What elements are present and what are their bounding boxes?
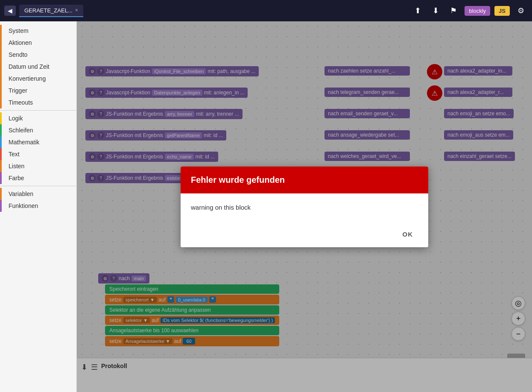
sidebar: System Aktionen Sendto Datum und Zeit Ko… [0, 21, 77, 392]
sidebar-item-logik[interactable]: Logik [0, 112, 76, 124]
sidebar-item-aktionen[interactable]: Aktionen [0, 37, 76, 49]
sidebar-item-farbe[interactable]: Farbe [0, 172, 76, 184]
export-button[interactable]: ⬆ [411, 4, 424, 18]
export-icon: ⬆ [415, 6, 421, 15]
flag-icon: ⚑ [450, 6, 457, 15]
sidebar-item-datum[interactable]: Datum und Zeit [0, 61, 76, 73]
modal-title: Fehler wurde gefunden [191, 175, 418, 185]
main-layout: System Aktionen Sendto Datum und Zeit Ko… [0, 21, 532, 392]
sidebar-item-sendto[interactable]: Sendto [0, 49, 76, 61]
modal-overlay[interactable]: Fehler wurde gefunden warning on this bl… [77, 21, 532, 392]
import-button[interactable]: ⬇ [429, 4, 442, 18]
modal-header: Fehler wurde gefunden [181, 167, 428, 193]
sidebar-item-konvertierung[interactable]: Konvertierung [0, 73, 76, 85]
flag-button[interactable]: ⚑ [447, 4, 460, 18]
back-button[interactable]: ◀ [4, 6, 16, 16]
sidebar-item-funktionen[interactable]: Funktionen [0, 200, 76, 212]
modal-message: warning on this block [191, 204, 418, 211]
canvas-area[interactable]: ⚙ ? Javascript-Funktion iQontrol_File_sc… [77, 21, 532, 392]
settings-button[interactable]: ⚙ [514, 4, 528, 18]
settings-icon: ⚙ [517, 6, 524, 15]
tab-geraete[interactable]: GERAETE_ZAEL... × [19, 5, 83, 17]
modal-footer: OK [181, 221, 428, 247]
modal-body: warning on this block [181, 193, 428, 221]
sidebar-divider-1 [0, 110, 76, 111]
tab-close-icon[interactable]: × [75, 7, 78, 13]
sidebar-item-variablen[interactable]: Variablen [0, 188, 76, 200]
toolbar-icons: ⬆ ⬇ ⚑ blockly JS ⚙ [411, 4, 528, 18]
sidebar-item-timeouts[interactable]: Timeouts [0, 97, 76, 108]
sidebar-item-text[interactable]: Text [0, 148, 76, 160]
sidebar-item-schleifen[interactable]: Schleifen [0, 124, 76, 136]
sidebar-item-trigger[interactable]: Trigger [0, 85, 76, 97]
sidebar-item-system[interactable]: System [0, 25, 76, 37]
modal-dialog: Fehler wurde gefunden warning on this bl… [181, 167, 428, 247]
sidebar-divider-2 [0, 186, 76, 186]
topbar: ◀ GERAETE_ZAEL... × ⬆ ⬇ ⚑ blockly JS ⚙ [0, 0, 532, 21]
modal-ok-button[interactable]: OK [398, 228, 418, 240]
blockly-button[interactable]: blockly [465, 6, 490, 16]
js-button[interactable]: JS [494, 6, 510, 16]
tab-label: GERAETE_ZAEL... [24, 7, 73, 14]
sidebar-item-listen[interactable]: Listen [0, 160, 76, 172]
back-icon: ◀ [8, 7, 12, 14]
import-icon: ⬇ [433, 6, 439, 15]
sidebar-item-mathematik[interactable]: Mathematik [0, 136, 76, 148]
